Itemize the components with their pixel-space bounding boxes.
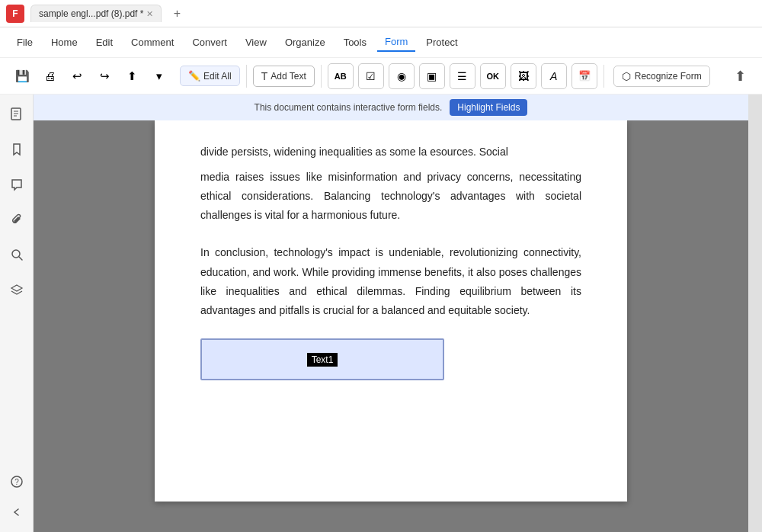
menu-protect[interactable]: Protect: [418, 34, 465, 51]
edit-all-button[interactable]: ✏️ Edit All: [180, 66, 240, 86]
toolbar-separator-1: [246, 65, 247, 88]
menu-form[interactable]: Form: [377, 33, 415, 52]
highlight-fields-button[interactable]: Highlight Fields: [450, 99, 527, 116]
sidebar-attach-icon[interactable]: [6, 209, 27, 230]
menu-organize[interactable]: Organize: [277, 34, 333, 51]
recognize-form-label: Recognize Form: [635, 71, 702, 82]
app-logo: F: [6, 5, 24, 23]
checkbox-icon-btn[interactable]: ☑: [358, 63, 384, 89]
image-field-icon-btn[interactable]: 🖼: [511, 63, 536, 89]
svg-text:?: ?: [14, 478, 19, 486]
recognize-form-icon: ⬡: [622, 70, 631, 82]
menu-bar: File Home Edit Comment Convert View Orga…: [0, 27, 762, 58]
upload-icon-btn[interactable]: ⬆: [727, 63, 753, 89]
redo-icon-btn[interactable]: ↪: [91, 63, 117, 89]
new-tab-button[interactable]: +: [168, 5, 186, 23]
text-field-label: Text1: [307, 353, 338, 367]
toolbar-separator-2: [321, 65, 322, 88]
pdf-paragraph-2: In conclusion, technology's impact is un…: [200, 243, 581, 320]
notification-message: This document contains interactive form …: [255, 102, 443, 113]
listbox-icon-btn[interactable]: ☰: [450, 63, 475, 89]
sidebar-left: ?: [0, 95, 34, 532]
button-icon-btn[interactable]: OK: [480, 63, 506, 89]
dropdown-icon-btn[interactable]: ▾: [146, 63, 172, 89]
menu-view[interactable]: View: [238, 34, 274, 51]
notification-bar: This document contains interactive form …: [34, 95, 748, 120]
edit-all-label: Edit All: [203, 71, 232, 82]
menu-comment[interactable]: Comment: [123, 34, 181, 51]
print-icon-btn[interactable]: 🖨: [37, 63, 62, 89]
sidebar-layers-icon[interactable]: [6, 279, 27, 300]
sidebar-comment-icon[interactable]: [6, 174, 27, 195]
sidebar-search-icon[interactable]: [6, 244, 27, 265]
pdf-text-field[interactable]: Text1: [200, 338, 444, 380]
menu-convert[interactable]: Convert: [184, 34, 235, 51]
title-bar: F sample engl...pdf (8).pdf * ✕ +: [0, 0, 762, 27]
edit-pencil-icon: ✏️: [188, 70, 200, 82]
tab-label: sample engl...pdf (8).pdf *: [39, 8, 143, 19]
add-text-icon: T: [261, 70, 268, 82]
page-top-text: divide persists, widening inequalities a…: [200, 143, 581, 162]
main-area: ? This document contains interactive for…: [0, 95, 762, 532]
pdf-paragraph-1: media raises issues like misinformation …: [200, 168, 581, 226]
sidebar-page-icon[interactable]: [6, 104, 27, 125]
date-icon-btn[interactable]: 📅: [572, 63, 597, 89]
menu-home[interactable]: Home: [43, 34, 85, 51]
tab-close-icon[interactable]: ✕: [146, 9, 153, 19]
menu-tools[interactable]: Tools: [336, 34, 374, 51]
active-tab[interactable]: sample engl...pdf (8).pdf * ✕: [30, 5, 162, 22]
dropdown-field-icon-btn[interactable]: ▣: [419, 63, 445, 89]
sidebar-collapse-icon[interactable]: [6, 502, 27, 523]
document-area: This document contains interactive form …: [34, 95, 748, 532]
svg-line-5: [19, 257, 22, 260]
sidebar-help-icon[interactable]: ?: [6, 471, 27, 492]
signature-icon-btn[interactable]: A: [541, 63, 567, 89]
radio-icon-btn[interactable]: ◉: [389, 63, 415, 89]
sidebar-bookmark-icon[interactable]: [6, 139, 27, 160]
sidebar-bottom: ?: [6, 471, 27, 523]
undo-icon-btn[interactable]: ↩: [64, 63, 90, 89]
right-scrollbar[interactable]: [748, 95, 762, 532]
add-text-button[interactable]: T Add Text: [253, 66, 315, 87]
toolbar-separator-3: [604, 65, 604, 88]
add-text-label: Add Text: [271, 71, 306, 82]
toolbar-right: ⬆: [727, 63, 753, 89]
share-icon-btn[interactable]: ⬆: [119, 63, 145, 89]
recognize-form-button[interactable]: ⬡ Recognize Form: [613, 66, 710, 87]
pdf-page: divide persists, widening inequalities a…: [155, 120, 627, 502]
form-toolbar: 💾 🖨 ↩ ↪ ⬆ ▾ ✏️ Edit All T Add Text AB ☑ …: [0, 58, 762, 95]
menu-file[interactable]: File: [9, 34, 40, 51]
text-field-icon-btn[interactable]: AB: [328, 63, 354, 89]
save-icon-btn[interactable]: 💾: [9, 63, 35, 89]
menu-edit[interactable]: Edit: [88, 34, 120, 51]
